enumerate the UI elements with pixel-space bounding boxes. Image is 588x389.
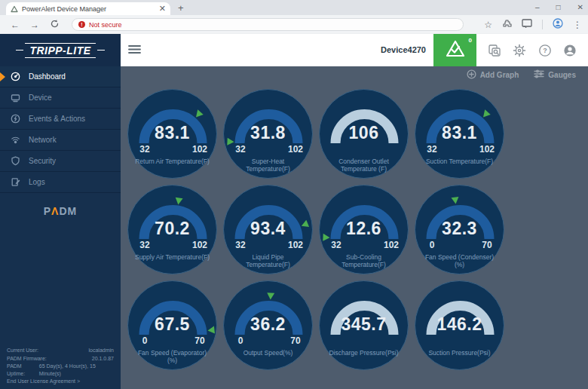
padm-a-mark: Λ (51, 205, 59, 217)
gauge-max-label: 102 (282, 240, 309, 250)
gauge-value: 32.3 (415, 219, 504, 239)
sidebar-item-device[interactable]: Device (0, 87, 121, 109)
eula-link[interactable]: End User License Agreement > (7, 378, 114, 384)
gauge-name-label: Fan Speed (Evaporator)(%) (134, 349, 210, 364)
gauge-min-label: 0 (133, 335, 157, 346)
status-row: PADM Firmware:20.1.0.87 (7, 355, 114, 363)
maximize-button[interactable]: □ (556, 3, 561, 11)
new-tab-button[interactable]: + (178, 2, 184, 14)
gauge-super-heat-temperature-f[interactable]: 31.8 32 102 Super-Heat Temperature(F) (223, 89, 313, 179)
divider (542, 20, 543, 29)
gauge-value: 83.1 (415, 123, 504, 143)
hamburger-menu-icon[interactable] (128, 44, 141, 57)
gauge-name-label: Suction Temperature(F) (421, 158, 498, 165)
gauge-max-label: 102 (378, 240, 405, 250)
gauge-sub-cooling-temperature-f[interactable]: 12.6 32 102 Sub-Cooling Temperature(F) (319, 185, 409, 274)
gauge-name-label: Fan Speed (Condenser)(%) (421, 253, 498, 268)
sidebar-item-dashboard[interactable]: Dashboard (0, 66, 121, 87)
gauge-min-label: 32 (133, 240, 157, 250)
gauge-max-label: 70 (473, 240, 501, 250)
gauge-pointer-icon (452, 197, 460, 204)
dashboard-main: Add Graph Gauges 83.1 32 102 Return Air … (121, 66, 588, 389)
browser-window: PowerAlert Device Manager ✕ + – □ ✕ ← → … (0, 0, 588, 389)
tab-strip: PowerAlert Device Manager ✕ + – □ ✕ (0, 0, 588, 15)
gauge-name-label: Return Air Temperature(F) (134, 158, 210, 165)
tab-close-icon[interactable]: ✕ (159, 5, 166, 13)
gauge-name-label: Sub-Cooling Temperature(F) (326, 253, 402, 268)
device-icon (11, 93, 20, 103)
alerts-button[interactable]: 0 (433, 34, 476, 66)
gauge-min-label: 32 (324, 240, 348, 250)
gauge-name-label: Supply Air Temperature(F) (134, 253, 210, 261)
gauge-supply-air-temperature-f[interactable]: 70.2 32 102 Supply Air Temperature(F) (127, 185, 217, 274)
gauge-suction-temperature-f[interactable]: 83.1 32 102 Suction Temperature(F) (415, 89, 504, 179)
gauge-name-label: Condenser Outlet Temperature (F) (326, 158, 402, 173)
gauge-name-label: Suction Pressure(Psi) (421, 349, 498, 357)
devices-icon[interactable] (488, 44, 501, 57)
padm-logo: PΛDM (0, 205, 121, 217)
gauge-name-label: Output Speed(%) (230, 349, 306, 357)
tab-title: PowerAlert Device Manager (22, 5, 155, 13)
gauge-suction-pressure-psi[interactable]: 146.2 Suction Pressure(Psi) (415, 280, 504, 370)
sidebar-item-network[interactable]: Network (0, 130, 121, 151)
gauge-liquid-pipe-temperature-f[interactable]: 93.4 32 102 Liquid Pipe Temperature(F) (223, 185, 313, 274)
gauge-grid: 83.1 32 102 Return Air Temperature(F) 31… (121, 89, 520, 370)
add-circle-icon (467, 69, 476, 81)
browser-tab[interactable]: PowerAlert Device Manager ✕ (6, 2, 170, 15)
window-close-button[interactable]: ✕ (577, 3, 583, 11)
brand-logo-block: TRIPP-LITE (0, 34, 121, 66)
events-icon (11, 114, 20, 124)
gauge-discharge-pressure-psi[interactable]: 345.7 Discharge Pressure(Psi) (319, 280, 409, 370)
sidebar: Dashboard Device Events & Actions Networ… (0, 66, 121, 389)
logs-icon (11, 177, 20, 187)
gauge-name-label: Discharge Pressure(Psi) (326, 349, 402, 357)
app-header: TRIPP-LITE Device4270 0 ? (0, 34, 588, 66)
gauge-fan-speed-condenser[interactable]: 32.3 0 70 Fan Speed (Condenser)(%) (415, 185, 504, 274)
sidebar-status-block: Current User:localadminPADM Firmware:20.… (0, 343, 121, 389)
gauge-condenser-outlet-temperature-f[interactable]: 106 Condenser Outlet Temperature (F) (319, 89, 409, 179)
gauge-max-label: 102 (186, 240, 213, 250)
gauge-value: 83.1 (128, 123, 216, 143)
sidebar-item-logs[interactable]: Logs (0, 172, 121, 193)
status-row: PADM Uptime:65 Day(s), 4 Hour(s), 15 Min… (7, 363, 114, 378)
gauge-min-label: 32 (228, 144, 253, 155)
gauges-button[interactable]: Gauges (534, 69, 576, 80)
gauge-max-label: 70 (186, 335, 213, 346)
settings-gear-icon[interactable] (513, 44, 526, 57)
reload-icon[interactable] (50, 19, 60, 31)
gauge-max-label: 102 (473, 144, 501, 155)
gauge-return-air-temperature-f[interactable]: 83.1 32 102 Return Air Temperature(F) (127, 89, 217, 179)
gauge-min-label: 0 (228, 335, 253, 346)
browser-menu-icon[interactable]: ⋮ (573, 20, 582, 30)
sidebar-item-security[interactable]: Security (0, 151, 121, 172)
svg-text:?: ? (543, 47, 547, 54)
url-omnibox[interactable]: ! Not secure (72, 18, 464, 31)
tripp-lite-logo: TRIPP-LITE (25, 43, 95, 58)
poweralert-icon (446, 40, 465, 61)
sliders-icon (534, 69, 544, 80)
gauge-fan-speed-evaporator[interactable]: 67.5 0 70 Fan Speed (Evaporator)(%) (127, 280, 217, 370)
gauge-name-label: Super-Heat Temperature(F) (230, 158, 306, 173)
back-icon[interactable]: ← (11, 20, 20, 30)
dashboard-toolbar: Add Graph Gauges (121, 66, 588, 83)
gauge-pointer-icon (174, 197, 182, 204)
gauge-min-label: 32 (228, 240, 253, 250)
bookmark-star-icon[interactable]: ☆ (484, 20, 492, 30)
gauge-value: 70.2 (128, 219, 216, 239)
help-icon[interactable]: ? (538, 44, 552, 57)
add-graph-button[interactable]: Add Graph (467, 69, 519, 81)
minimize-button[interactable]: – (535, 3, 540, 11)
sidebar-item-events-actions[interactable]: Events & Actions (0, 109, 121, 130)
user-avatar-icon[interactable] (563, 44, 577, 57)
extensions-icon[interactable] (502, 19, 512, 31)
gauge-output-speed[interactable]: 36.2 0 70 Output Speed(%) (223, 280, 313, 370)
gauge-value: 146.2 (415, 314, 504, 335)
gauge-max-label: 102 (186, 144, 213, 155)
browser-profile-icon[interactable] (553, 18, 563, 31)
gauge-value: 93.4 (224, 219, 312, 239)
gauge-value: 67.5 (128, 314, 216, 335)
cast-icon[interactable] (522, 19, 532, 30)
gauge-name-label: Liquid Pipe Temperature(F) (230, 253, 306, 268)
dashboard-icon (11, 72, 20, 81)
forward-icon[interactable]: → (30, 20, 39, 30)
